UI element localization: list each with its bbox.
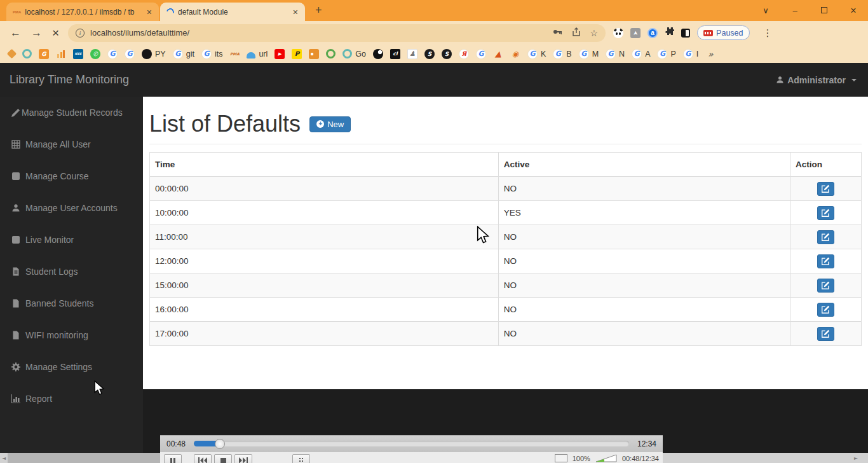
active-cell: NO [498,249,790,273]
bookmark-item[interactable]: G [39,49,49,59]
bookmark-item[interactable]: GK [527,49,546,59]
forward-button[interactable]: → [31,27,42,39]
bookmark-item[interactable]: ◉ [510,49,520,59]
volume-icon[interactable] [595,454,617,462]
sidebar-item-manage-course[interactable]: Manage Course [0,160,143,192]
new-button-label: New [327,120,344,129]
bookmark-item[interactable]: PMA [229,49,240,59]
edit-button[interactable] [817,303,834,317]
minimize-button[interactable]: – [780,6,810,15]
bookmark-item[interactable]: ♟ [407,49,417,59]
a-extension-icon[interactable]: a [648,28,658,38]
cursor-extension-icon[interactable]: ➤ [630,28,641,38]
sidebar-item-label: Live Monitor [25,235,74,245]
bookmark-item[interactable]: GN [606,49,625,59]
bookmark-item[interactable]: P [292,49,302,59]
share-icon[interactable] [571,27,581,39]
bookmark-item[interactable]: Go [342,49,366,59]
edit-button[interactable] [817,327,834,341]
user-menu[interactable]: Administrator [776,75,857,85]
bookmark-item[interactable]: GM [579,49,599,59]
pencil-icon [11,108,20,117]
bookmark-item[interactable]: PY [142,49,166,59]
sidebar-item-banned-students[interactable]: Banned Students [0,287,143,319]
tab-search-icon[interactable]: ∨ [751,6,780,15]
bookmark-item[interactable]: GA [632,49,650,59]
bookmark-item[interactable]: ▲ [493,49,503,59]
sidebar-item-manage-all-user[interactable]: Manage All User [0,128,143,160]
bookmark-item[interactable]: G [125,49,135,59]
maximize-button[interactable] [810,6,839,15]
address-bar[interactable]: i localhost/ilums/defaulttime/ ☆ [68,24,606,42]
page-body: Manage Student Records Manage All User M… [0,97,868,463]
close-window-button[interactable]: × [839,5,868,17]
bookmark-item[interactable] [373,49,383,59]
pause-button[interactable] [164,454,182,463]
stop-loading-button[interactable]: × [52,26,59,40]
recorder-paused-button[interactable]: Paused [697,25,749,40]
bookmark-item[interactable]: G [107,49,118,59]
sidebar-item-student-logs[interactable]: Student Logs [0,256,143,287]
playlist-handle[interactable] [292,454,310,463]
app-brand[interactable]: Library Time Monitoring [10,73,129,86]
panda-extension-icon[interactable] [613,28,623,38]
tab-close-icon[interactable]: × [291,8,300,17]
eye-favicon: ◉ [510,49,520,59]
sidebar-item-manage-user-accounts[interactable]: Manage User Accounts [0,192,143,224]
stop-button[interactable] [214,454,232,463]
sidebar-item-wifi-monitoring[interactable]: WIFI monitoring [0,319,143,351]
new-tab-button[interactable]: + [315,4,322,17]
previous-button[interactable] [194,454,212,463]
bookmark-item[interactable]: Gits [201,49,223,59]
bookmark-item[interactable]: Я [459,49,469,59]
edit-button[interactable] [817,254,834,268]
bookmark-item[interactable]: ✆ [90,49,100,59]
phpmyadmin-favicon: PMA [13,10,21,14]
bookmark-star-icon[interactable]: ☆ [590,28,599,38]
scroll-left-icon[interactable]: ◄ [0,453,8,463]
browser-menu-icon[interactable]: ⋮ [763,27,773,39]
sidebar-item-report[interactable]: Report [0,383,143,415]
bookmark-item[interactable]: url [247,50,268,59]
bookmark-item[interactable] [56,49,66,59]
bookmark-item[interactable]: GB [553,49,571,59]
bookmark-item[interactable] [22,49,32,59]
bookmark-item[interactable] [8,50,15,57]
aspect-ratio-button[interactable] [555,454,567,462]
bookmark-item[interactable]: ▶ [275,49,285,59]
back-button[interactable]: ← [10,27,21,39]
extensions-puzzle-icon[interactable] [665,27,674,39]
new-button[interactable]: + New [309,116,351,132]
seek-track[interactable] [194,441,629,446]
bookmark-item[interactable]: S [442,49,452,59]
time-cell: 11:00:00 [150,225,499,249]
bookmark-item[interactable] [309,49,319,59]
seek-thumb[interactable] [215,439,225,449]
key-icon[interactable] [552,27,562,39]
sidebar-item-manage-settings[interactable]: Manage Settings [0,351,143,383]
bookmark-item[interactable]: GP [657,49,675,59]
sidebar-item-live-monitor[interactable]: Live Monitor [0,224,143,256]
scroll-right-icon[interactable]: ► [852,453,860,463]
bookmark-item[interactable]: GI [683,49,698,59]
bookmark-item[interactable]: S [424,49,435,59]
tab-default-module[interactable]: default Module × [160,3,305,21]
site-info-icon[interactable]: i [76,29,85,38]
bookmark-item[interactable]: G [476,49,486,59]
edit-button[interactable] [817,206,834,220]
tab-close-icon[interactable]: × [145,8,154,17]
bookmark-item[interactable] [326,49,336,59]
tab-phpmyadmin[interactable]: PMA localhost / 127.0.0.1 / ilmsdb / tb … [6,3,159,21]
bookmark-item[interactable]: cl [390,49,400,59]
bookmark-item[interactable]: IEEE [73,49,83,59]
bookmark-item[interactable]: Ggit [173,49,194,59]
plus-circle-icon: + [316,120,324,128]
next-button[interactable] [234,454,252,463]
bookmarks-overflow[interactable]: » [705,49,715,59]
edit-button[interactable] [817,230,834,244]
edit-button[interactable] [817,279,834,293]
reading-mode-icon[interactable] [681,29,690,38]
edit-button[interactable] [817,182,834,196]
url-text[interactable]: localhost/ilums/defaulttime/ [90,28,543,38]
sidebar-item-manage-student-records[interactable]: Manage Student Records [0,97,143,128]
